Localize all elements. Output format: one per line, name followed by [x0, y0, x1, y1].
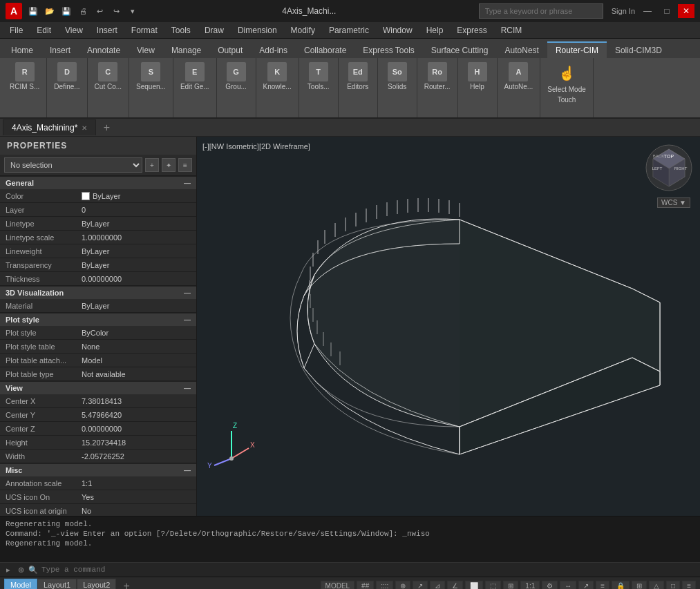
ribbon-btn-help[interactable]: H Help: [462, 61, 493, 92]
status-btn-3[interactable]: ⊕: [395, 581, 410, 589]
status-btn-13[interactable]: ↗: [578, 581, 594, 589]
status-btn-19[interactable]: ≡: [682, 581, 696, 589]
status-btn-15[interactable]: 🔒: [612, 581, 630, 589]
selection-dropdown[interactable]: No selection: [4, 157, 142, 173]
ribbon-tab-autonest[interactable]: AutoNest: [497, 42, 547, 58]
status-btn-16[interactable]: ⊞: [632, 581, 647, 589]
menu-edit[interactable]: Edit: [30, 24, 58, 37]
status-btn-0[interactable]: MODEL: [321, 581, 355, 589]
doc-tab-0[interactable]: 4Axis_Machining*✕: [3, 119, 96, 135]
menu-window[interactable]: Window: [376, 24, 419, 37]
qa-redo[interactable]: ↪: [109, 4, 123, 18]
cmd-icon-3[interactable]: 🔍: [28, 564, 39, 575]
layout-tab-model[interactable]: Model: [4, 579, 37, 590]
ribbon-btn-tools-[interactable]: T Tools...: [303, 61, 334, 92]
ribbon-tab-insert[interactable]: Insert: [41, 42, 79, 58]
menu-draw[interactable]: Draw: [198, 24, 231, 37]
status-btn-14[interactable]: ≡: [596, 581, 609, 589]
status-btn-2[interactable]: ::::: [376, 581, 393, 589]
menu-tools[interactable]: Tools: [164, 24, 198, 37]
ribbon-tab-solid-cim3d[interactable]: Solid-CIM3D: [607, 42, 670, 58]
prop-label: Plot style table: [6, 342, 82, 351]
prop-label: Layer: [6, 206, 82, 214]
qa-more[interactable]: ▾: [126, 4, 140, 18]
ribbon-btn-edit-ge-[interactable]: E Edit Ge...: [178, 61, 212, 92]
status-btn-11[interactable]: ⚙: [542, 581, 558, 589]
ribbon-tab-output[interactable]: Output: [209, 42, 251, 58]
doc-tab-close-0[interactable]: ✕: [82, 124, 87, 132]
search-input[interactable]: [479, 3, 603, 19]
wcs-button[interactable]: WCS ▼: [657, 197, 690, 208]
prop-section-view[interactable]: View—: [0, 381, 196, 394]
ribbon-tab-manage[interactable]: Manage: [163, 42, 209, 58]
ribbon-btn-editors[interactable]: Ed Editors: [343, 61, 373, 92]
ribbon-btn-cut-co-[interactable]: C Cut Co...: [92, 61, 124, 92]
command-input[interactable]: [41, 566, 697, 574]
cmd-icon-2[interactable]: ⊕: [15, 564, 26, 575]
menu-insert[interactable]: Insert: [90, 24, 124, 37]
add-doc-tab[interactable]: +: [99, 120, 114, 135]
ribbon-tab-view[interactable]: View: [129, 42, 163, 58]
status-btn-4[interactable]: ↗: [413, 581, 428, 589]
ribbon-tab-home[interactable]: Home: [3, 42, 41, 58]
window-minimize[interactable]: —: [639, 4, 656, 18]
menu-rcim[interactable]: RCIM: [494, 24, 529, 37]
prop-section-general[interactable]: General—: [0, 176, 196, 189]
ribbon-btn-autone-[interactable]: A AutoNe...: [502, 61, 536, 92]
layout-tab-layout2[interactable]: Layout2: [77, 579, 116, 590]
viewport[interactable]: [-][NW Isometric][2D Wireframe]: [197, 137, 700, 516]
menu-help[interactable]: Help: [419, 24, 451, 37]
prop-section-3d-visualization[interactable]: 3D Visualization—: [0, 286, 196, 299]
ribbon-btn-knowle-[interactable]: K Knowle...: [261, 61, 294, 92]
select-add-btn[interactable]: +: [145, 158, 159, 172]
status-btn-5[interactable]: ⊿: [430, 581, 445, 589]
status-btn-8[interactable]: ⬚: [485, 581, 501, 589]
status-btn-7[interactable]: ⬜: [465, 581, 483, 589]
touch-button[interactable]: Touch: [554, 95, 580, 105]
ribbon-btn-rcim-s-[interactable]: R RCIM S...: [7, 61, 42, 92]
menu-view[interactable]: View: [58, 24, 90, 37]
qa-open[interactable]: 📂: [43, 4, 57, 18]
ribbon-btn-grou-[interactable]: G Grou...: [221, 61, 252, 92]
status-btn-17[interactable]: △: [649, 581, 664, 589]
ribbon-btn-solids[interactable]: So Solids: [382, 61, 413, 92]
ribbon-tab-add-ins[interactable]: Add-ins: [251, 42, 296, 58]
ribbon-tab-express-tools[interactable]: Express Tools: [354, 42, 422, 58]
qa-plot[interactable]: 🖨: [76, 4, 90, 18]
window-maximize[interactable]: □: [659, 4, 675, 18]
cmd-icon-1[interactable]: ▸: [3, 564, 14, 575]
ribbon-tab-collaborate[interactable]: Collaborate: [296, 42, 354, 58]
status-btn-6[interactable]: ∠: [447, 581, 463, 589]
signin-link[interactable]: Sign In: [612, 7, 635, 15]
status-btn-12[interactable]: ↔: [560, 581, 576, 589]
status-btn-18[interactable]: □: [666, 581, 680, 589]
layout-tab-layout1[interactable]: Layout1: [37, 579, 77, 590]
select-filter-btn[interactable]: ≡: [178, 158, 192, 172]
select-quick-btn[interactable]: ✦: [162, 158, 176, 172]
ribbon-btn-define-[interactable]: D Define...: [51, 61, 82, 92]
status-btn-9[interactable]: ⊞: [503, 581, 518, 589]
prop-section-misc[interactable]: Misc—: [0, 463, 196, 476]
select-mode-button[interactable]: ☝ Select Mode: [543, 59, 590, 95]
ribbon-tab-annotate[interactable]: Annotate: [79, 42, 129, 58]
menu-parametric[interactable]: Parametric: [322, 24, 376, 37]
qa-new[interactable]: 💾: [26, 4, 40, 18]
status-btn-1[interactable]: ##: [357, 581, 374, 589]
app-icon: A: [6, 3, 22, 19]
qa-save[interactable]: 💾: [59, 4, 73, 18]
menu-format[interactable]: Format: [124, 24, 164, 37]
ribbon-tab-surface-cutting[interactable]: Surface Cutting: [423, 42, 497, 58]
status-btn-10[interactable]: 1:1: [520, 581, 540, 589]
menu-modify[interactable]: Modify: [284, 24, 322, 37]
navigation-cube[interactable]: TOP RIGHT LEFT BACK: [645, 144, 693, 192]
qa-undo[interactable]: ↩: [93, 4, 106, 18]
ribbon-btn-router-[interactable]: Ro Router...: [422, 61, 453, 92]
prop-section-plot-style[interactable]: Plot style—: [0, 313, 196, 326]
menu-express[interactable]: Express: [450, 24, 493, 37]
menu-dimension[interactable]: Dimension: [231, 24, 284, 37]
ribbon-btn-sequen-[interactable]: S Sequen...: [133, 61, 169, 92]
ribbon-tab-router-cim[interactable]: Router-CIM: [547, 41, 607, 58]
menu-file[interactable]: File: [3, 24, 30, 37]
add-layout-tab[interactable]: +: [119, 579, 134, 590]
window-close[interactable]: ✕: [678, 4, 694, 18]
